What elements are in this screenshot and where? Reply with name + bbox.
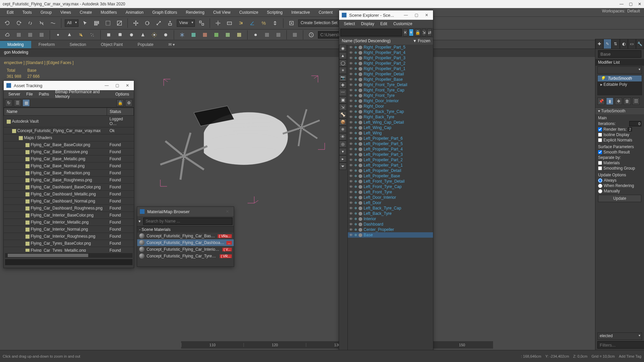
scene-node[interactable]: 👁❄Dashboard xyxy=(348,222,433,227)
scene-node[interactable]: 👁❄Left_Propeller_Part_3 xyxy=(348,152,433,157)
menu-animation[interactable]: Animation xyxy=(122,9,148,16)
light-omni-icon[interactable] xyxy=(53,30,63,40)
visibility-toggle-icon[interactable]: 👁 xyxy=(349,195,353,199)
at-tree-icon[interactable]: ☰ xyxy=(14,99,21,107)
ribbon-tab-selection[interactable]: Selection xyxy=(62,41,93,48)
freeze-toggle-icon[interactable]: ❄ xyxy=(354,153,357,157)
freeze-toggle-icon[interactable]: ❄ xyxy=(354,72,357,76)
update-manually-radio[interactable] xyxy=(598,189,602,193)
se-filter-icon[interactable]: ▼ xyxy=(409,29,414,36)
scene-node[interactable]: 👁❄Left_Front_Tyre xyxy=(348,189,433,195)
freeze-toggle-icon[interactable]: ❄ xyxy=(354,228,357,232)
visibility-toggle-icon[interactable]: 👁 xyxy=(349,126,353,130)
se-menu-edit[interactable]: Edit xyxy=(378,21,390,27)
scene-node[interactable]: 👁❄Left_Wing_Cap_Detail xyxy=(348,120,433,125)
modifier-stack-editablepoly[interactable]: ▸ Editable Poly xyxy=(598,81,642,87)
at-refresh-icon[interactable]: ↻ xyxy=(5,99,12,107)
selection-lock-dropdown[interactable]: elected xyxy=(597,333,642,340)
se-filter-all-icon[interactable]: ◉ xyxy=(339,45,346,52)
freeze-toggle-icon[interactable]: ❄ xyxy=(354,136,357,141)
visibility-toggle-icon[interactable]: 👁 xyxy=(349,131,353,135)
ribbon-tab-object-paint[interactable]: Object Paint xyxy=(94,41,130,48)
menu-rendering[interactable]: Rendering xyxy=(182,9,208,16)
redo-icon[interactable] xyxy=(14,18,23,28)
freeze-toggle-icon[interactable]: ❄ xyxy=(354,131,357,135)
configure-sets-icon[interactable]: ☷ xyxy=(632,98,640,105)
panel-minimize-icon[interactable]: — xyxy=(103,83,111,88)
menu-civil-view[interactable]: Civil View xyxy=(209,9,234,16)
scene-node[interactable]: 👁❄Left_Front_Tyre_Cap xyxy=(348,184,433,189)
freeze-toggle-icon[interactable]: ❄ xyxy=(354,99,357,103)
freeze-toggle-icon[interactable]: ❄ xyxy=(354,179,357,184)
menu-create[interactable]: Create xyxy=(76,9,96,16)
se-collapse-all-icon[interactable]: ▸ xyxy=(339,155,346,163)
visibility-toggle-icon[interactable]: 👁 xyxy=(349,212,353,216)
at-list-icon[interactable]: ▦ xyxy=(22,99,30,107)
se-sync-icon[interactable]: ⇄ xyxy=(427,29,432,36)
scene-node[interactable]: 👁❄Left_Propeller_Part_5 xyxy=(348,141,433,146)
menu-modifiers[interactable]: Modifiers xyxy=(97,9,121,16)
freeze-toggle-icon[interactable]: ❄ xyxy=(354,195,357,200)
select-region-rect-icon[interactable] xyxy=(103,18,113,28)
explicit-normals-checkbox[interactable] xyxy=(598,138,602,142)
at-lock-icon[interactable]: 🔒 xyxy=(116,99,124,107)
visibility-toggle-icon[interactable]: 👁 xyxy=(349,169,353,173)
visibility-toggle-icon[interactable]: 👁 xyxy=(349,51,353,55)
iterations-spinner[interactable] xyxy=(629,121,641,126)
menu-scripting[interactable]: Scripting xyxy=(263,9,287,16)
visibility-toggle-icon[interactable]: 👁 xyxy=(349,110,353,114)
scene-explorer-header[interactable]: Name (Sorted Descending) ▼ Frozen xyxy=(339,37,433,45)
at-menu-file[interactable]: File xyxy=(23,91,35,97)
freeze-toggle-icon[interactable]: ❄ xyxy=(354,212,357,216)
scale-icon[interactable] xyxy=(154,18,163,28)
freeze-toggle-icon[interactable]: ❄ xyxy=(354,67,357,71)
close-icon[interactable]: ✕ xyxy=(638,2,641,6)
render-iters-checkbox[interactable] xyxy=(598,127,602,131)
visibility-toggle-icon[interactable]: 👁 xyxy=(349,94,353,98)
material-row[interactable]: Concept_Futuristic_Flying_Car_Base_MAT( … xyxy=(137,233,234,239)
modifier-stack-turbosmooth[interactable]: 💡 TurboSmooth xyxy=(598,75,642,81)
timeline[interactable]: 110120130140150 xyxy=(181,341,493,349)
visibility-toggle-icon[interactable]: 👁 xyxy=(349,206,353,210)
rotate-icon[interactable] xyxy=(143,18,152,28)
cat-icon[interactable] xyxy=(234,30,244,40)
modify-tab-icon[interactable]: ✎ xyxy=(603,39,611,49)
asset-col-name[interactable]: Name xyxy=(4,108,107,116)
box-primitive-icon[interactable] xyxy=(104,30,113,40)
smooth-result-checkbox[interactable] xyxy=(598,150,602,154)
scene-node[interactable]: 👁❄Left_Door xyxy=(348,200,433,205)
select-by-name-icon[interactable] xyxy=(92,18,101,28)
asset-row[interactable]: Flying_Car_Base_Emissive.pngFound xyxy=(4,148,134,156)
scene-node[interactable]: 👁❄Left_Propeller_Part_1 xyxy=(348,163,433,168)
se-filter-visible-icon[interactable]: ◎ xyxy=(339,140,346,148)
asset-row[interactable]: Flying_Car_Tyres_BaseColor.pngFound xyxy=(4,240,134,247)
se-filter-cameras-icon[interactable]: 📷 xyxy=(339,74,346,81)
sep-materials-checkbox[interactable] xyxy=(598,161,602,165)
se-select-children-icon[interactable]: ⇲ xyxy=(422,29,426,36)
se-filter-helpers-icon[interactable]: ✚ xyxy=(339,81,346,89)
pivot-center-icon[interactable] xyxy=(197,18,206,28)
freeze-toggle-icon[interactable]: ❄ xyxy=(354,126,357,130)
freeze-toggle-icon[interactable]: ❄ xyxy=(354,120,357,125)
asset-row[interactable]: Flying_Car_Interior_Normal.pngFound xyxy=(4,226,134,233)
spinner-snap-icon[interactable] xyxy=(270,18,280,28)
asset-row[interactable]: Concept_Futuristic_Flying_Car_max_vray.m… xyxy=(4,127,134,134)
freeze-toggle-icon[interactable]: ❄ xyxy=(354,233,357,237)
se-maximize-icon[interactable]: ▢ xyxy=(413,13,420,17)
menu-content[interactable]: Content xyxy=(315,9,337,16)
lightbulb-icon[interactable]: 💡 xyxy=(600,76,605,81)
cloud-icon[interactable] xyxy=(3,30,12,40)
visibility-toggle-icon[interactable]: 👁 xyxy=(349,179,353,183)
freeze-toggle-icon[interactable]: ❄ xyxy=(354,147,357,152)
ribbon-tab-populate[interactable]: Populate xyxy=(130,41,161,48)
toggle-layer-icon[interactable] xyxy=(25,30,35,40)
se-filter-shapes-icon[interactable]: ◯ xyxy=(339,59,346,67)
visibility-toggle-icon[interactable]: 👁 xyxy=(349,77,353,81)
se-filter-bones-icon[interactable]: 🦴 xyxy=(339,111,346,118)
scene-node[interactable]: 👁❄Right_Front_Tyre_Detail xyxy=(348,82,433,87)
light-direct-icon[interactable] xyxy=(76,30,86,40)
scene-node[interactable]: 👁❄Right_Propeller_Base xyxy=(348,77,433,82)
ribbon-tab-freeform[interactable]: Freeform xyxy=(31,41,62,48)
visibility-toggle-icon[interactable]: 👁 xyxy=(349,88,353,92)
freeze-toggle-icon[interactable]: ❄ xyxy=(354,142,357,146)
